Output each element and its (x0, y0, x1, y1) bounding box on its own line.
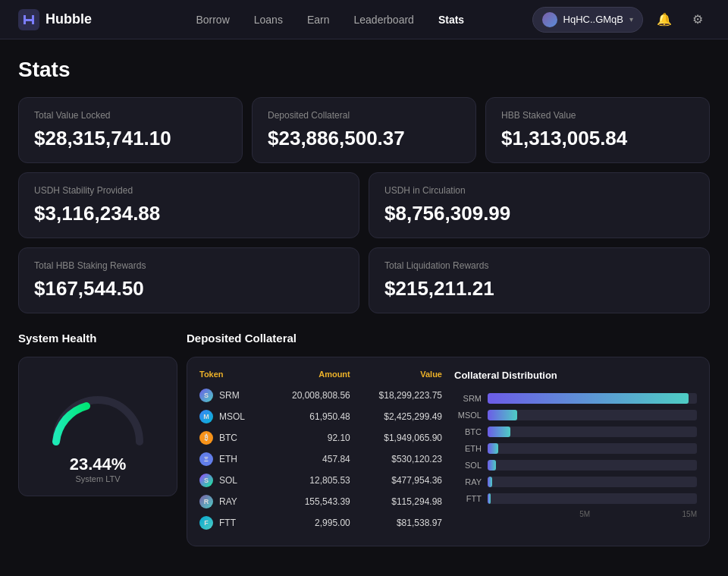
chart-bar-track (488, 477, 697, 487)
stat-hbb-staking-value: $167,544.50 (34, 277, 344, 301)
gauge-container (45, 385, 151, 445)
stat-tvl-value: $28,315,741.10 (34, 127, 227, 150)
chart-title: Collateral Distribution (454, 370, 697, 381)
token-value: $18,299,223.75 (350, 385, 442, 406)
token-name: SOL (219, 475, 237, 486)
chevron-down-icon: ▾ (629, 15, 633, 24)
token-cell: S SRM (199, 385, 265, 406)
token-cell: M MSOL (199, 406, 265, 427)
token-amount: 92.10 (265, 427, 350, 449)
axis-5m: 5M (579, 510, 590, 518)
chart-bar-row: BTC (454, 426, 697, 437)
chart-bar-fill (488, 460, 496, 471)
token-cell: S SOL (199, 470, 265, 491)
chart-bar-track (488, 426, 697, 437)
chart-axis: 5M 15M (454, 510, 697, 518)
logo-icon (18, 9, 39, 30)
chart-bar-row: FTT (454, 493, 697, 504)
nav-loans[interactable]: Loans (254, 14, 283, 26)
chart-bar-fill (488, 393, 689, 404)
stat-deposited-collateral: Deposited Collateral $23,886,500.37 (252, 97, 476, 163)
wallet-button[interactable]: HqHC..GMqB ▾ (532, 7, 643, 33)
stat-liquidation-rewards: Total Liquidation Rewards $215,211.21 (369, 247, 710, 313)
axis-15m: 15M (682, 510, 697, 518)
chart-bar-row: SOL (454, 460, 697, 471)
stat-usdh-circulation-label: USDH in Circulation (384, 185, 694, 196)
token-amount: 155,543.39 (265, 491, 350, 512)
system-health-card: 23.44% System LTV (18, 357, 177, 496)
token-cell: F FTT (199, 512, 265, 534)
token-name: FTT (219, 518, 236, 528)
token-name: ETH (219, 454, 237, 464)
token-amount: 61,950.48 (265, 406, 350, 427)
token-value: $530,120.23 (350, 449, 442, 470)
token-name: RAY (219, 496, 237, 507)
chart-bar-row: RAY (454, 477, 697, 487)
logo[interactable]: Hubble (18, 9, 92, 30)
collateral-table-wrapper: Token Amount Value S SRM 20,008,808.56 $… (199, 370, 442, 534)
col-token: Token (199, 370, 265, 385)
chart-bar-track (488, 393, 697, 404)
wallet-avatar (542, 12, 557, 27)
token-cell: R RAY (199, 491, 265, 512)
stat-hbb-label: HBB Staked Value (501, 110, 694, 121)
token-cell: Ξ ETH (199, 449, 265, 470)
chart-token-label: SRM (454, 394, 482, 403)
chart-bar-track (488, 443, 697, 454)
page-title: Stats (18, 58, 710, 82)
stat-usdh-stability-label: USDH Stability Provided (34, 185, 344, 196)
chart-bar-track (488, 493, 697, 504)
chart-bar-fill (488, 477, 492, 487)
col-amount: Amount (265, 370, 350, 385)
collateral-section-title: Deposited Collateral (187, 332, 710, 345)
chart-token-label: RAY (454, 477, 482, 486)
nav-leaderboard[interactable]: Leaderboard (353, 14, 413, 26)
stat-tvl-label: Total Value Locked (34, 110, 227, 121)
chart-bar-track (488, 460, 697, 471)
chart-bar-row: SRM (454, 393, 697, 404)
chart-bar-fill (488, 426, 510, 437)
stat-usdh-stability-value: $3,116,234.88 (34, 202, 344, 225)
token-value: $2,425,299.49 (350, 406, 442, 427)
nav-earn[interactable]: Earn (307, 14, 330, 26)
stat-liquidation-value: $215,211.21 (384, 277, 694, 301)
nav-links: Borrow Loans Earn Leaderboard Stats (128, 14, 532, 26)
token-name: MSOL (219, 411, 245, 422)
bottom-section: System Health (18, 332, 710, 546)
collateral-card: Token Amount Value S SRM 20,008,808.56 $… (187, 357, 710, 546)
stat-liquidation-label: Total Liquidation Rewards (384, 260, 694, 271)
nav-right: HqHC..GMqB ▾ 🔔 ⚙ (532, 7, 710, 33)
chart-bar-track (488, 410, 697, 420)
logo-text: Hubble (46, 11, 92, 27)
table-row: S SRM 20,008,808.56 $18,299,223.75 (199, 385, 442, 406)
stats-row-1: Total Value Locked $28,315,741.10 Deposi… (18, 97, 710, 163)
gauge-svg (45, 385, 151, 445)
stat-hbb-value: $1,313,005.84 (501, 127, 694, 150)
token-value: $81,538.97 (350, 512, 442, 534)
chart-token-label: BTC (454, 427, 482, 436)
chart-token-label: SOL (454, 461, 482, 470)
table-row: S SOL 12,805.53 $477,954.36 (199, 470, 442, 491)
chart-bar-fill (488, 493, 491, 504)
token-value: $1,949,065.90 (350, 427, 442, 449)
system-health-title: System Health (18, 332, 177, 345)
navigation: Hubble Borrow Loans Earn Leaderboard Sta… (0, 0, 728, 39)
stat-usdh-stability: USDH Stability Provided $3,116,234.88 (18, 172, 359, 238)
chart-token-label: MSOL (454, 411, 482, 420)
table-row: Ξ ETH 457.84 $530,120.23 (199, 449, 442, 470)
notifications-button[interactable]: 🔔 (652, 8, 676, 32)
stat-usdh-circulation-value: $8,756,309.99 (384, 202, 694, 225)
main-content: Stats Total Value Locked $28,315,741.10 … (0, 39, 728, 565)
token-value: $477,954.36 (350, 470, 442, 491)
stats-row-2: USDH Stability Provided $3,116,234.88 US… (18, 172, 710, 238)
token-amount: 457.84 (265, 449, 350, 470)
stat-hbb-staking-rewards: Total HBB Staking Rewards $167,544.50 (18, 247, 359, 313)
chart-token-label: FTT (454, 494, 482, 503)
nav-stats[interactable]: Stats (438, 14, 464, 26)
settings-button[interactable]: ⚙ (686, 8, 710, 32)
wallet-address: HqHC..GMqB (563, 14, 623, 25)
nav-borrow[interactable]: Borrow (196, 14, 229, 26)
table-row: R RAY 155,543.39 $115,294.98 (199, 491, 442, 512)
collateral-chart-wrapper: Collateral Distribution SRM MSOL BTC ETH… (454, 370, 697, 534)
stats-row-3: Total HBB Staking Rewards $167,544.50 To… (18, 247, 710, 313)
